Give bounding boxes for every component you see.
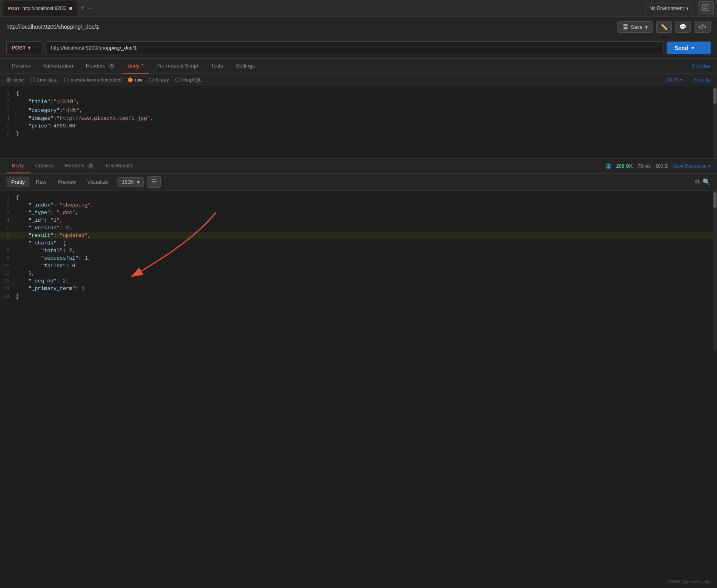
tab-tests[interactable]: Tests <box>205 59 229 74</box>
body-type-form-data[interactable]: form-data <box>30 77 58 83</box>
resp-line-12: 12 "_seq_no": 2, <box>0 277 717 285</box>
url-bar-right: Save ▾ ✏️ 💬 </> <box>617 21 711 33</box>
url-bar-left: http://localhost:9200/shopping/_doc/1 <box>6 24 99 30</box>
request-tabs-nav: Params Authorization Headers 8 Body ● Pr… <box>0 59 717 74</box>
more-tabs-button[interactable]: ··· <box>88 5 92 11</box>
request-url-title: http://localhost:9200/shopping/_doc/1 <box>6 24 99 30</box>
body-type-bar: none form-data x-www-form-urlencoded raw… <box>0 74 717 86</box>
beautify-button[interactable]: Beautify <box>693 77 711 83</box>
req-line-6: 6 } <box>0 130 717 137</box>
env-chevron: ▾ <box>686 6 689 11</box>
req-line-2: 2 "title":"小米10", <box>0 97 717 106</box>
environment-selector[interactable]: No Environment ▾ <box>645 4 693 13</box>
response-section: Body Cookies Headers 5 Test Results 🌐 20… <box>0 158 717 350</box>
method-selector[interactable]: POST ▾ <box>6 41 42 54</box>
globe-icon: 🌐 <box>605 163 611 169</box>
method-chevron: ▾ <box>28 45 31 51</box>
editor-scrollbar[interactable] <box>713 86 717 158</box>
comment-button[interactable]: 💬 <box>675 21 691 33</box>
resp-line-1: 1 { <box>0 194 717 201</box>
response-scrollbar[interactable] <box>713 191 717 350</box>
response-body-viewer: 1 { 2 "_index": "shopping", 3 "_type": "… <box>0 191 717 350</box>
resp-format-visualize[interactable]: Visualize <box>82 177 113 187</box>
active-tab[interactable]: POST http://localhost:9200/ <box>3 1 77 16</box>
save-chevron: ▾ <box>645 24 648 30</box>
resp-line-3: 3 "_type": "_doc", <box>0 209 717 217</box>
json-format-selector[interactable]: JSON ▾ <box>665 77 682 83</box>
tab-modified-dot <box>69 7 72 10</box>
response-tabs-nav: Body Cookies Headers 5 Test Results 🌐 20… <box>0 158 717 174</box>
tab-bar-right: No Environment ▾ <box>645 1 714 15</box>
radio-raw <box>128 77 133 82</box>
url-bar: http://localhost:9200/shopping/_doc/1 Sa… <box>0 17 717 37</box>
response-right-icons: ⧉ 🔍 <box>695 178 711 186</box>
req-line-3: 3 "category":"小米", <box>0 106 717 115</box>
resp-json-selector[interactable]: JSON ▾ <box>118 177 144 187</box>
profile-icon-button[interactable] <box>698 1 714 15</box>
tab-settings[interactable]: Settings <box>230 59 260 74</box>
radio-binary <box>149 77 154 82</box>
env-label: No Environment <box>649 6 684 11</box>
tab-authorization[interactable]: Authorization <box>37 59 79 74</box>
svg-rect-2 <box>706 6 707 7</box>
radio-graphql <box>175 77 180 82</box>
resp-line-5: 5 "_version": 2, <box>0 224 717 232</box>
method-label: POST <box>12 45 26 51</box>
url-input[interactable] <box>46 41 663 54</box>
req-line-4: 4 "images":"http://www.picacho.top/1.jpg… <box>0 115 717 122</box>
resp-line-6: 6 "result": "updated", <box>0 232 717 239</box>
resp-line-7: 7 "_shards": { <box>0 239 717 247</box>
body-type-raw[interactable]: raw <box>128 77 142 83</box>
body-type-graphql[interactable]: GraphQL <box>175 77 201 83</box>
arrow-annotation-container: 1 { 2 "_index": "shopping", 3 "_type": "… <box>0 191 717 350</box>
resp-line-14: 14 } <box>0 292 717 300</box>
resp-line-2: 2 "_index": "shopping", <box>0 201 717 209</box>
copy-response-button[interactable]: ⧉ <box>695 179 699 186</box>
request-body-editor[interactable]: 1 { 2 "title":"小米10", 3 "category":"小米",… <box>0 86 717 158</box>
headers-count-badge: 8 <box>108 64 115 69</box>
status-code: 200 OK <box>616 163 633 169</box>
radio-none <box>6 77 11 82</box>
req-line-5: 5 "price":4999.00 <box>0 122 717 130</box>
save-response-button[interactable]: Save Response ▾ <box>673 163 711 169</box>
body-type-binary[interactable]: binary <box>149 77 169 83</box>
resp-line-10: 10 "failed": 0 <box>0 262 717 270</box>
tab-pre-request[interactable]: Pre-request Script <box>151 59 204 74</box>
tab-body[interactable]: Body ● <box>122 59 149 74</box>
response-size: 603 B <box>655 163 668 169</box>
tab-params[interactable]: Params <box>6 59 36 74</box>
send-chevron: ▾ <box>691 45 694 51</box>
tab-headers[interactable]: Headers 8 <box>80 59 120 74</box>
svg-rect-7 <box>624 27 627 29</box>
resp-format-preview[interactable]: Preview <box>53 177 81 187</box>
save-button[interactable]: Save ▾ <box>617 21 653 33</box>
edit-button[interactable]: ✏️ <box>656 21 672 33</box>
send-label: Send <box>675 45 688 51</box>
resp-line-9: 9 "successful": 1, <box>0 254 717 262</box>
tab-method: POST <box>8 6 20 11</box>
resp-tab-body[interactable]: Body <box>6 159 30 173</box>
resp-line-8: 8 "total": 2, <box>0 247 717 254</box>
code-button[interactable]: </> <box>694 21 711 33</box>
new-tab-button[interactable]: + <box>80 4 85 12</box>
send-button[interactable]: Send ▾ <box>667 42 711 54</box>
watermark: CSDN @picacho_pkg <box>668 579 711 584</box>
resp-format-pretty[interactable]: Pretty <box>6 177 30 187</box>
svg-rect-4 <box>706 8 707 9</box>
svg-rect-6 <box>624 24 627 26</box>
search-response-button[interactable]: 🔍 <box>703 178 711 186</box>
body-type-none[interactable]: none <box>6 77 24 83</box>
resp-format-raw[interactable]: Raw <box>31 177 51 187</box>
resp-tab-headers[interactable]: Headers 5 <box>60 159 100 173</box>
response-status-bar: 🌐 200 OK 75 ms 603 B Save Response ▾ <box>605 163 711 169</box>
resp-line-4: 4 "_id": "1", <box>0 217 717 224</box>
body-type-urlencoded[interactable]: x-www-form-urlencoded <box>64 77 121 83</box>
scrollbar-thumb <box>713 88 717 104</box>
cookies-link[interactable]: Cookies <box>692 63 711 69</box>
resp-tab-test-results[interactable]: Test Results <box>100 159 139 173</box>
filter-button[interactable] <box>147 176 161 188</box>
resp-line-13: 13 "_primary_term": 1 <box>0 285 717 292</box>
response-format-bar: Pretty Raw Preview Visualize JSON ▾ ⧉ 🔍 <box>0 174 717 191</box>
save-label: Save <box>631 24 643 30</box>
resp-tab-cookies[interactable]: Cookies <box>30 159 60 173</box>
